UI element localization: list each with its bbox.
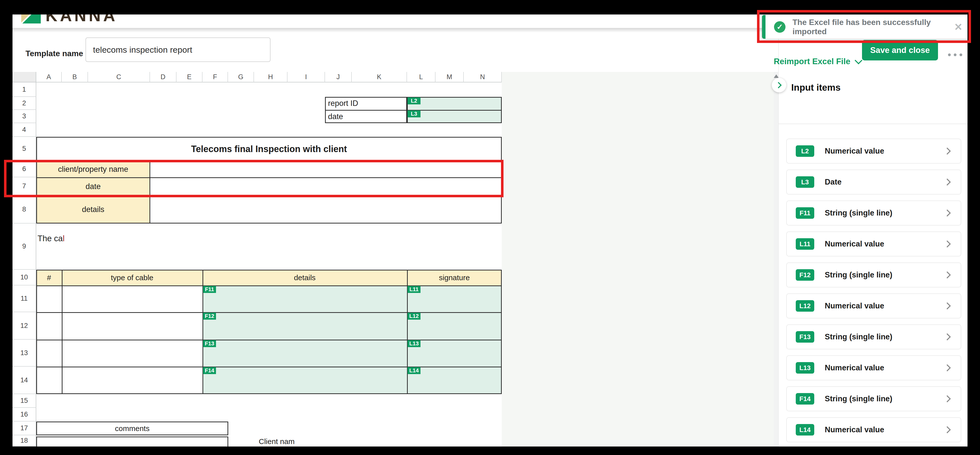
input-item-card-F11[interactable]: F11String (single line): [786, 201, 961, 225]
chevron-right-icon: [944, 365, 951, 371]
row-header-13[interactable]: 13: [13, 339, 36, 366]
cable-table-box[interactable]: [36, 270, 502, 394]
scroll-up-icon: [774, 75, 779, 78]
cell-details-label[interactable]: details: [36, 195, 150, 224]
input-items-title: Input items: [791, 82, 840, 93]
row-header-17[interactable]: 17: [13, 422, 36, 435]
column-header-M[interactable]: M: [436, 72, 464, 82]
row-header-10[interactable]: 10: [13, 270, 36, 285]
cell-tag-badge-F14[interactable]: F14: [203, 367, 216, 374]
dot-icon: [948, 54, 951, 56]
template-name-input[interactable]: [86, 38, 270, 62]
row-header-9[interactable]: 9: [13, 224, 36, 270]
template-name-label: Template name: [25, 49, 83, 58]
input-item-card-L2[interactable]: L2Numerical value: [786, 139, 961, 163]
column-header-I[interactable]: I: [288, 72, 325, 82]
comments-body-box[interactable]: [36, 436, 228, 447]
cell-border: [407, 110, 502, 111]
cell-tag-badge-L11[interactable]: L11: [407, 286, 420, 293]
dot-icon: [959, 54, 962, 56]
row9-text-tail: l: [63, 234, 65, 243]
row-header-1[interactable]: 1: [13, 82, 36, 97]
cell-tag-badge-F13[interactable]: F13: [203, 340, 216, 347]
cell-client-name-text[interactable]: Client nam: [259, 437, 294, 446]
table-header-signature[interactable]: signature: [407, 270, 502, 285]
dot-icon: [954, 54, 956, 56]
sheet-empty-area: [502, 72, 774, 447]
cell-row9-text[interactable]: The cal: [38, 234, 65, 243]
input-item-badge-L13: L13: [796, 362, 814, 374]
table-header-type-of-cable[interactable]: type of cable: [62, 270, 202, 285]
cell-border: [36, 312, 502, 313]
cell-tag-badge-F11[interactable]: F11: [203, 286, 216, 293]
input-item-card-F12[interactable]: F12String (single line): [786, 262, 961, 287]
column-header-C[interactable]: C: [88, 72, 150, 82]
input-item-card-L3[interactable]: L3Date: [786, 170, 961, 195]
table-header-details[interactable]: details: [202, 270, 407, 285]
input-item-card-L12[interactable]: L12Numerical value: [786, 293, 961, 319]
column-header-H[interactable]: H: [254, 72, 288, 82]
cell-tag-badge-L3[interactable]: L3: [407, 110, 420, 117]
chevron-right-icon: [944, 147, 951, 155]
row-header-12[interactable]: 12: [13, 312, 36, 339]
cell-comments-label[interactable]: comments: [36, 422, 228, 435]
column-header-N[interactable]: N: [464, 72, 502, 82]
cell-border: [36, 339, 502, 340]
row-header-18[interactable]: 18: [13, 435, 36, 447]
row-header-3[interactable]: 3: [13, 110, 36, 123]
column-header-E[interactable]: E: [177, 72, 202, 82]
cell-date-label[interactable]: date: [328, 110, 403, 123]
vertical-scrollbar[interactable]: [774, 72, 778, 447]
cell-report-id-label[interactable]: report ID: [328, 97, 403, 110]
table-header--[interactable]: #: [36, 270, 62, 285]
cell-tag-badge-F12[interactable]: F12: [203, 313, 216, 320]
column-header-J[interactable]: J: [325, 72, 352, 82]
input-item-label: String (single line): [825, 394, 892, 403]
input-item-card-F14[interactable]: F14String (single line): [786, 386, 961, 411]
cell-tag-badge-L2[interactable]: L2: [407, 97, 420, 105]
reimport-excel-button[interactable]: Reimport Excel File: [774, 54, 861, 69]
more-options-button[interactable]: [948, 54, 962, 56]
cell-tag-badge-L14[interactable]: L14: [407, 367, 420, 374]
column-header-F[interactable]: F: [202, 72, 228, 82]
chevron-right-icon: [775, 82, 781, 88]
sheet-title-text[interactable]: Telecoms final Inspection with client: [36, 137, 502, 161]
row-header-14[interactable]: 14: [13, 366, 36, 394]
input-item-badge-F11: F11: [796, 207, 814, 219]
input-item-label: Numerical value: [825, 301, 884, 311]
row-header-8[interactable]: 8: [13, 195, 36, 224]
row-header-11[interactable]: 11: [13, 285, 36, 312]
input-item-card-L11[interactable]: L11Numerical value: [786, 231, 961, 257]
row-header-4[interactable]: 4: [13, 123, 36, 137]
row-header-2[interactable]: 2: [13, 97, 36, 110]
kanna-logo-text: KANNA: [46, 14, 118, 25]
input-item-label: String (single line): [825, 332, 892, 341]
cell-tag-badge-L13[interactable]: L13: [407, 340, 420, 347]
chevron-right-icon: [944, 179, 951, 185]
column-header-A[interactable]: A: [36, 72, 62, 82]
chevron-right-icon: [944, 395, 951, 402]
row-header-15[interactable]: 15: [13, 394, 36, 408]
input-item-badge-L2: L2: [796, 145, 814, 157]
column-header-L[interactable]: L: [407, 72, 436, 82]
input-item-card-F13[interactable]: F13String (single line): [786, 324, 961, 349]
reimport-excel-label: Reimport Excel File: [774, 57, 850, 66]
row-header-16[interactable]: 16: [13, 408, 36, 422]
input-item-badge-L3: L3: [796, 176, 814, 188]
input-item-card-L13[interactable]: L13Numerical value: [786, 355, 961, 380]
column-header-G[interactable]: G: [228, 72, 254, 82]
panel-collapse-button[interactable]: [772, 78, 786, 92]
input-item-label: String (single line): [825, 270, 892, 279]
input-item-badge-F13: F13: [796, 331, 814, 342]
input-item-label: Numerical value: [825, 425, 884, 434]
row-header-5[interactable]: 5: [13, 137, 36, 161]
input-item-label: Numerical value: [825, 147, 884, 155]
input-item-label: Numerical value: [825, 363, 884, 373]
column-header-D[interactable]: D: [150, 72, 177, 82]
column-header-K[interactable]: K: [352, 72, 407, 82]
chevron-right-icon: [944, 241, 951, 247]
column-header-B[interactable]: B: [62, 72, 88, 82]
cell-tag-badge-L12[interactable]: L12: [407, 313, 420, 320]
input-item-card-L14[interactable]: L14Numerical value: [786, 417, 961, 442]
save-and-close-button[interactable]: Save and close: [862, 40, 938, 60]
